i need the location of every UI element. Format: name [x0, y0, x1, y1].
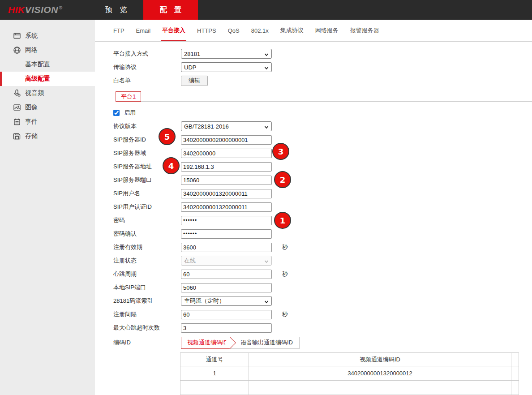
heartbeat-cycle-input[interactable] — [181, 270, 272, 279]
field-label: 白名单 — [113, 77, 181, 85]
encode-id-table: 通道号 视频通道编码ID 1 34020000001320000012 — [180, 352, 519, 395]
tab-email[interactable]: Email — [130, 20, 157, 41]
field-label: 28181码流索引 — [113, 297, 181, 305]
table-row — [180, 381, 519, 395]
field-label: SIP服务器端口 — [113, 176, 181, 184]
system-window-icon — [13, 32, 21, 40]
sidebar-item-basic-config[interactable]: 基本配置 — [0, 57, 95, 72]
sidebar-item-event[interactable]: 事件 — [0, 115, 95, 129]
protocol-version-select[interactable]: GB/T28181-2016 — [181, 121, 272, 131]
nav-tab-preview[interactable]: 预 览 — [89, 0, 143, 20]
form-row-register-validity: 注册有效期 秒 — [95, 240, 532, 254]
column-header-extra — [511, 353, 519, 366]
tab-platform-access[interactable]: 平台接入 — [156, 20, 191, 41]
cell-channel — [180, 381, 249, 395]
selected-value: 主码流（定时） — [184, 297, 225, 305]
register-interval-input[interactable] — [181, 310, 272, 319]
field-label: 平台接入方式 — [113, 50, 181, 58]
form-row-local-sip-port: 本地SIP端口 — [95, 281, 532, 294]
form-row-sip-server-port: SIP服务器端口 — [95, 173, 532, 187]
sidebar-item-audio-video[interactable]: 视音频 — [0, 86, 95, 100]
sidebar-item-network[interactable]: 网络 — [0, 43, 95, 57]
sidebar-item-system[interactable]: 系统 — [0, 29, 95, 43]
form-row-sip-auth-id: SIP用户认证ID — [95, 200, 532, 214]
logo-hik: HIK — [8, 4, 25, 15]
cell-extra — [511, 366, 519, 381]
sip-server-port-input[interactable] — [181, 176, 272, 185]
field-label: SIP用户名 — [113, 189, 181, 198]
tab-ftp[interactable]: FTP — [107, 20, 130, 41]
sidebar-item-label: 基本配置 — [0, 60, 50, 69]
table-row: 1 34020000001320000012 — [180, 366, 519, 381]
field-label: SIP服务器域 — [113, 149, 181, 157]
image-icon — [13, 103, 21, 112]
field-label: 密码确认 — [113, 230, 181, 238]
field-label: 最大心跳超时次数 — [113, 324, 181, 332]
whitelist-edit-button[interactable]: 编辑 — [181, 76, 208, 86]
form-row-sip-username: SIP用户名 — [95, 187, 532, 200]
nav-tab-configuration[interactable]: 配 置 — [143, 0, 198, 20]
form-row-heartbeat-cycle: 心跳周期 秒 — [95, 267, 532, 281]
top-nav: 预 览 配 置 — [89, 0, 198, 20]
form-row-enable: 启用 — [95, 106, 532, 120]
sidebar-item-image[interactable]: 图像 — [0, 100, 95, 115]
main-content: FTP Email 平台接入 HTTPS QoS 802.1x 集成协议 网络服… — [95, 20, 532, 395]
video-channel-encode-id-tab[interactable]: 视频通道编码ID — [181, 337, 230, 349]
sidebar-item-advanced-config[interactable]: 高级配置 — [0, 72, 95, 86]
password-input[interactable] — [181, 216, 272, 225]
unit-seconds: 秒 — [282, 243, 288, 251]
cell-encode-id[interactable]: 34020000001320000012 — [249, 366, 511, 381]
annotation-badge-1: 1 — [274, 212, 291, 229]
tab-https[interactable]: HTTPS — [191, 20, 222, 41]
table-header-row: 通道号 视频通道编码ID — [180, 353, 519, 366]
selected-value: 28181 — [184, 51, 200, 57]
stream-index-select[interactable]: 主码流（定时） — [181, 296, 272, 306]
register-validity-input[interactable] — [181, 243, 272, 252]
cell-channel: 1 — [180, 366, 249, 381]
cell-extra — [511, 381, 519, 395]
chevron-down-icon — [264, 124, 269, 129]
local-sip-port-input[interactable] — [181, 283, 272, 292]
form-row-platform-access-mode: 平台接入方式 28181 — [95, 47, 532, 60]
field-label: 心跳周期 — [113, 270, 181, 278]
logo-registered-mark: ® — [59, 5, 63, 10]
form-row-stream-index: 28181码流索引 主码流（定时） — [95, 294, 532, 308]
form-row-encode-id: 编码ID 视频通道编码ID 语音输出通道编码ID — [95, 336, 532, 349]
platform-tab-row: 平台1 — [116, 90, 532, 102]
column-header-video-encode-id: 视频通道编码ID — [249, 353, 511, 366]
tab-qos[interactable]: QoS — [222, 20, 245, 41]
logo-vision: VISION — [25, 4, 58, 15]
field-label: 注册间隔 — [113, 310, 181, 318]
tab-integration-protocol[interactable]: 集成协议 — [275, 20, 309, 41]
tab-alarm-server[interactable]: 报警服务器 — [344, 20, 385, 41]
sidebar-menu: 系统 网络 基本配置 高级配置 视音频 图像 — [0, 20, 95, 143]
max-heartbeat-timeout-input[interactable] — [181, 323, 272, 333]
sidebar: 系统 网络 基本配置 高级配置 视音频 图像 — [0, 20, 95, 395]
transport-protocol-select[interactable]: UDP — [181, 62, 272, 72]
sip-server-address-input[interactable] — [181, 162, 272, 172]
top-bar: HIKVISION® 预 览 配 置 — [0, 0, 532, 20]
sip-server-domain-input[interactable] — [181, 149, 272, 158]
enable-checkbox[interactable] — [113, 110, 120, 116]
sip-auth-id-input[interactable] — [181, 202, 272, 212]
annotation-badge-4: 4 — [163, 157, 180, 174]
tab-8021x[interactable]: 802.1x — [245, 20, 275, 41]
storage-icon — [13, 132, 21, 140]
audio-output-channel-encode-id-tab[interactable]: 语音输出通道编码ID — [229, 337, 300, 349]
field-label: SIP用户认证ID — [113, 203, 181, 211]
sidebar-item-storage[interactable]: 存储 — [0, 129, 95, 143]
selected-value: UDP — [184, 64, 196, 71]
platform-access-mode-select[interactable]: 28181 — [181, 49, 272, 59]
sip-username-input[interactable] — [181, 189, 272, 198]
sip-server-id-input[interactable] — [181, 135, 272, 145]
tab-network-service[interactable]: 网络服务 — [309, 20, 344, 41]
selected-value: GB/T28181-2016 — [184, 123, 229, 130]
form-row-sip-server-address: SIP服务器地址 — [95, 160, 532, 173]
form-row-sip-server-domain: SIP服务器域 — [95, 146, 532, 160]
cell-encode-id[interactable] — [249, 381, 511, 395]
form-row-password: 密码 — [95, 214, 532, 227]
platform1-tab[interactable]: 平台1 — [116, 91, 141, 102]
password-confirm-input[interactable] — [181, 229, 272, 239]
column-header-channel: 通道号 — [180, 353, 249, 366]
sidebar-item-label: 高级配置 — [0, 75, 50, 83]
